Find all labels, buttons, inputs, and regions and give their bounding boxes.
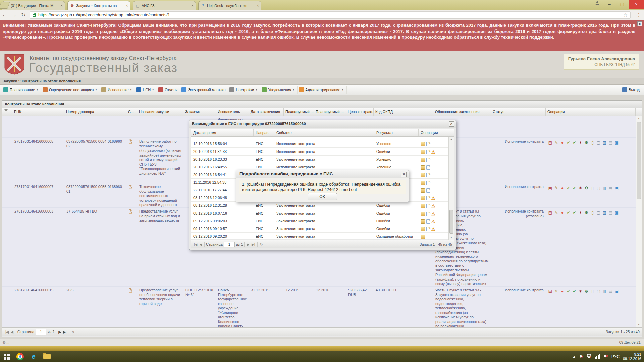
next-page-icon[interactable]: ▶ [58,330,61,334]
sheet-icon[interactable]: ▤ [608,140,613,145]
column-header[interactable]: Код ОКПД [374,108,433,116]
scroll-down-icon[interactable]: ▼ [636,322,642,327]
package-icon[interactable] [421,227,425,231]
tray-signal-icon[interactable] [595,354,600,359]
bookmark-star-icon[interactable]: ☆ [623,12,628,18]
copy-icon[interactable]: ▢ [596,210,601,215]
package-icon[interactable] [421,212,425,216]
tab-close-icon[interactable]: × [126,3,128,8]
package-icon[interactable] [421,188,425,193]
tray-expand-icon[interactable]: ▲ [572,354,576,359]
eis-scroll-up-icon[interactable]: ▲ [449,137,454,142]
books-icon[interactable]: ▥ [602,289,607,294]
start-button[interactable] [0,351,13,362]
books-icon[interactable]: ▥ [602,210,607,215]
tab-close-icon[interactable]: × [60,3,63,8]
ok-button[interactable]: OK [308,193,337,200]
eis-row[interactable]: 08.12.2016 16:07:16ЕИСЗаключение контрак… [191,209,454,217]
accept-icon[interactable]: ✔ [572,210,577,215]
eis-first-page-icon[interactable]: |◀ [194,243,197,246]
first-page-icon[interactable]: |◀ [5,330,9,334]
column-header[interactable]: Статус [491,108,546,116]
emblem-icon[interactable]: ✶ [578,210,583,215]
banner-close-icon[interactable]: x [637,21,642,26]
refresh-button[interactable]: ↻ [19,12,28,18]
tray-flag-icon[interactable]: ⚑✗ [580,354,584,359]
books-icon[interactable]: ▥ [602,186,607,191]
back-button[interactable]: ← [0,12,9,18]
document-icon[interactable] [426,150,430,154]
sign-icon[interactable]: ✎ [554,140,559,145]
eis-row[interactable]: 09.12.2016 09:10:57ЕИСЗаключение контрак… [191,225,454,233]
document-icon[interactable] [426,142,430,146]
chrome-taskbar-icon[interactable] [13,351,27,362]
eis-row[interactable]: 09.12.2016 09:20:20ЕИСЗаключение контрак… [191,233,454,240]
column-header[interactable]: Цена контракта, р... [346,108,374,116]
eis-row[interactable]: 20.10.2016 11:34:33ЕИСИсполнение контрак… [191,148,454,156]
document-icon[interactable] [426,158,430,162]
emblem-icon[interactable]: ✶ [578,186,583,191]
emblem-icon[interactable]: ✶ [578,289,583,294]
sheet-icon[interactable]: ▤ [608,289,613,294]
eis-row[interactable]: 12.10.2016 15:56:04ЕИСИсполнение контрак… [191,140,454,148]
scroll-thumb[interactable] [637,122,641,199]
warning-icon[interactable]: ⚠ [431,150,435,154]
eis-column-header[interactable]: Результат [374,129,419,136]
package-icon[interactable] [421,142,425,146]
warning-icon[interactable]: ⚠ [431,204,435,208]
package-icon[interactable] [421,181,425,185]
menu-item-определение-поставщика[interactable]: Определение поставщика▼ [41,86,100,94]
prev-page-icon[interactable]: ◀ [11,330,13,334]
browser-menu-icon[interactable]: ⋮ [634,12,644,18]
browser-tab[interactable]: ▢АИС ГЗ× [133,1,196,10]
gear-icon[interactable]: ⚙ [584,186,589,191]
eis-column-header[interactable]: Операции [419,129,447,136]
close-button[interactable]: × [629,0,644,9]
eis-page-input[interactable] [224,242,235,247]
gear-icon[interactable]: ⚙ [584,210,589,215]
copy-icon[interactable]: ▢ [596,186,601,191]
stop-icon[interactable]: ● [560,289,565,294]
chat-icon[interactable]: ▣ [614,140,619,145]
warning-icon[interactable]: ⚠ [431,212,435,216]
column-header[interactable] [2,108,12,116]
edit-check-icon[interactable]: ✔ [566,210,571,215]
tray-network-icon[interactable]: ✗ [587,354,592,359]
emblem-icon[interactable]: ✶ [578,140,583,145]
column-header[interactable]: С... [126,108,137,116]
document-icon[interactable] [426,227,430,231]
books-icon[interactable]: ▥ [602,140,607,145]
eis-last-page-icon[interactable]: ▶| [252,243,255,246]
menu-item-exit[interactable]: Выход [621,86,642,94]
eis-row[interactable]: 08.12.2016 12:31:28ЕИСЗаключение контрак… [191,202,454,209]
package-icon[interactable] [421,150,425,154]
column-header[interactable]: Планируемый ... [314,108,346,116]
url-input[interactable]: https://new.gz-spb.ru/#po/procedure/my/s… [30,11,631,19]
accept-icon[interactable]: ✔ [572,140,577,145]
language-indicator[interactable]: РУС [611,354,620,359]
gear-icon[interactable]: ⚙ [584,140,589,145]
eis-scrollbar[interactable]: ▲ ▼ [448,137,454,240]
eis-column-header[interactable]: Дата и время [191,129,254,136]
edit-check-icon[interactable]: ✔ [566,140,571,145]
table-row[interactable]: 278170314641600001520/5Предоставление ус… [2,287,642,327]
sheet-icon[interactable]: ▤ [608,186,613,191]
column-header[interactable]: Дата заключения [249,108,284,116]
chat-icon[interactable]: ▣ [614,210,619,215]
sheet-icon[interactable]: ▤ [608,210,613,215]
grid-scrollbar[interactable]: ▲ ▼ [636,116,642,327]
menu-item-исполнение[interactable]: Исполнение▼ [100,86,135,94]
browser-tab[interactable]: ✉(31) Входящие - Почта М× [2,1,65,10]
scroll-icon[interactable]: ▯ [590,210,595,215]
menu-item-электронный-магазин[interactable]: Электронный магазин [180,86,228,94]
column-header[interactable]: Название закупки [137,108,183,116]
scroll-icon[interactable]: ▯ [590,140,595,145]
package-icon[interactable] [421,235,425,239]
last-page-icon[interactable]: ▶| [63,330,66,334]
accept-icon[interactable]: ✔ [572,289,577,294]
warning-icon[interactable]: ⚠ [431,227,435,231]
document-icon[interactable] [426,181,430,185]
refresh-grid-icon[interactable]: ↻ [71,330,74,334]
menu-item-отчеты[interactable]: Отчеты [157,86,180,94]
package-icon[interactable] [421,158,425,162]
